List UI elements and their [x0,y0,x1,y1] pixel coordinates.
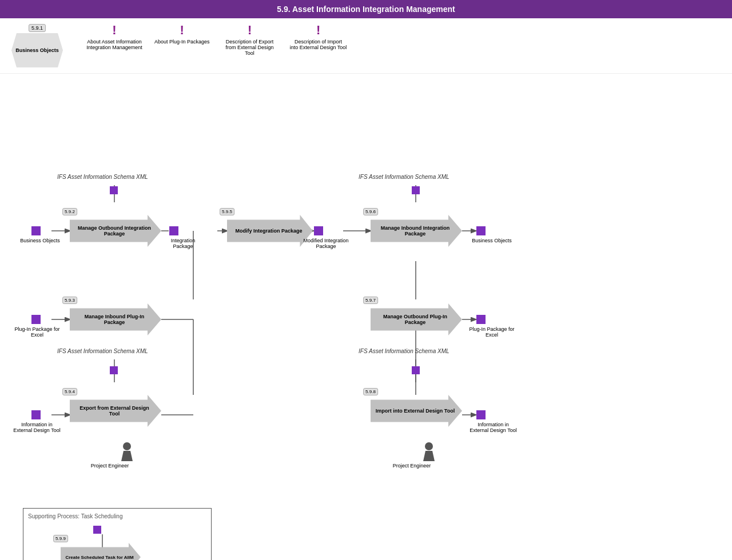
manage-outbound-label: Manage Outbound Integration Package [74,225,154,237]
info-design-right-label: Information in External Design Tool [469,422,518,433]
desc-export-label: Description of Export from External Desi… [221,39,279,56]
manage-outbound-badge: 5.9.2 [62,208,77,215]
info-design-left-label: Information in External Design Tool [13,422,61,433]
legend-bdr: 5.9.1 Business Objects [11,24,63,67]
integration-package-label: Integration Package [160,238,206,249]
manage-outbound-shape[interactable]: Manage Outbound Integration Package [70,215,161,247]
export-design-label: Export from External Design Tool [74,405,154,417]
create-scheduled-task-label: Create Scheduled Task for AIIM [65,555,133,560]
manage-outbound-plugin-badge: 5.9.7 [363,297,378,304]
business-objects-right-label: Business Objects [469,238,515,243]
diagram-area: IFS Asset Information Schema XML IFS Ass… [0,74,732,531]
person-head-right [425,442,433,450]
desc-export-icon: ! [248,24,252,37]
project-engineer-left: Project Engineer [104,442,150,469]
supporting-process-box: Supporting Process: Task Scheduling Sche… [23,508,212,560]
plugin-package-right-label: Plug-In Package for Excel [469,326,515,338]
legend-desc-import: ! Description of Import into External De… [290,24,347,50]
bdr-hexagon[interactable]: Business Objects [11,33,63,67]
desc-import-label: Description of Import into External Desi… [290,39,347,50]
plugin-package-left-label: Plug-In Package for Excel [14,326,60,338]
page-title: 5.9. Asset Information Integration Manag… [0,0,732,18]
manage-inbound-badge: 5.9.6 [363,208,378,215]
create-scheduled-task-badge: 5.9.9 [53,535,68,542]
person-body-right [423,451,435,461]
supporting-process-title: Supporting Process: Task Scheduling [28,513,206,519]
manage-outbound-plugin-label: Manage Outbound Plug-In Package [375,314,455,325]
export-design-badge: 5.9.4 [62,388,77,395]
section-label-ifs-left-top: IFS Asset Information Schema XML [57,174,148,180]
project-engineer-left-label: Project Engineer [87,463,133,469]
modify-integration-badge: 5.9.5 [220,208,234,215]
legend-desc-export: ! Description of Export from External De… [221,24,279,56]
section-label-ifs-right-bottom: IFS Asset Information Schema XML [359,348,449,354]
manage-inbound-plugin-label: Manage Inbound Plug-In Package [74,314,154,325]
about-asset-label: About Asset Information Integration Mana… [86,39,143,50]
about-asset-icon: ! [112,24,116,37]
import-design-shape[interactable]: Import into External Design Tool [371,395,462,427]
import-design-badge: 5.9.8 [363,388,378,395]
modify-integration-label: Modify Integration Package [235,228,302,234]
legend-about-asset: ! About Asset Information Integration Ma… [86,24,143,50]
manage-inbound-label: Manage Inbound Integration Package [375,225,455,237]
desc-import-icon: ! [316,24,320,37]
modified-package-label: Modified Integration Package [303,238,349,249]
legend-bdr-badge: 5.9.1 [29,24,46,32]
section-label-ifs-left-bottom: IFS Asset Information Schema XML [57,348,148,354]
export-design-shape[interactable]: Export from External Design Tool [70,395,161,427]
project-engineer-right: Project Engineer [406,442,452,469]
legend-about-packages: ! About Plug-In Packages [154,24,210,45]
section-label-ifs-right-top: IFS Asset Information Schema XML [359,174,449,180]
modify-integration-shape[interactable]: Modify Integration Package [227,215,313,247]
import-design-label: Import into External Design Tool [376,408,455,414]
person-head-left [123,442,131,450]
manage-inbound-plugin-badge: 5.9.3 [62,297,77,304]
about-packages-label: About Plug-In Packages [154,39,210,45]
person-body-left [121,451,133,461]
manage-inbound-shape[interactable]: Manage Inbound Integration Package [371,215,462,247]
business-objects-left-label: Business Objects [17,238,63,243]
bdr-label: Business Objects [15,47,59,53]
legend-row: 5.9.1 Business Objects ! About Asset Inf… [0,18,732,74]
manage-outbound-plugin-shape[interactable]: Manage Outbound Plug-In Package [371,303,462,335]
manage-inbound-plugin-shape[interactable]: Manage Inbound Plug-In Package [70,303,161,335]
about-packages-icon: ! [180,24,184,37]
project-engineer-right-label: Project Engineer [389,463,435,469]
